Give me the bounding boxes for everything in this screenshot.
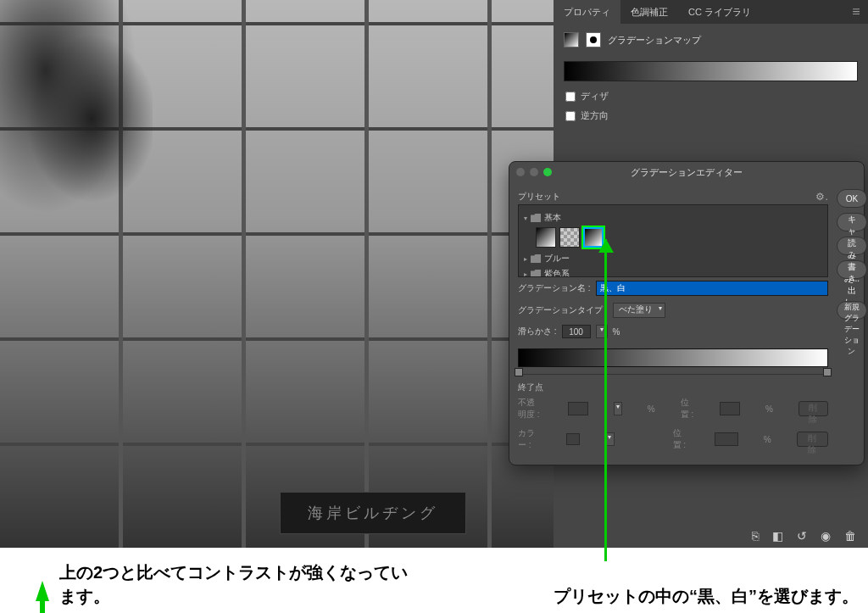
delete-opacity-stop: 削除	[798, 401, 828, 416]
delete-color-stop: 削除	[797, 432, 828, 447]
dialog-title: グラデーションエディター	[509, 166, 864, 179]
preset-header: プリセット ⚙.	[518, 189, 828, 204]
ok-button[interactable]: OK	[837, 189, 867, 208]
tree-foliage	[0, 0, 153, 237]
type-label: グラデーションタイプ :	[518, 304, 608, 316]
folder-icon	[531, 254, 541, 263]
smooth-label: 滑らかさ :	[518, 326, 557, 337]
panel-menu-icon[interactable]: ≡	[844, 4, 868, 20]
canvas-image: 海岸ビルヂング	[0, 0, 554, 548]
pos-unit-2: %	[764, 435, 771, 444]
gradient-editor-dialog: グラデーションエディター プリセット ⚙. ▾基本 ▸ブルー ▸紫色系 グラデー…	[509, 161, 865, 465]
gradient-type-row: グラデーションタイプ : べた塗り	[518, 299, 828, 321]
reset-adjust-icon[interactable]: ◧	[772, 529, 783, 543]
pos-unit-1: %	[765, 404, 773, 414]
annotation-right: プリセットの中の“黒、白”を選びます。	[554, 584, 859, 608]
view-prev-icon[interactable]: ↺	[797, 529, 807, 543]
color-pos-input	[715, 432, 738, 446]
dialog-titlebar[interactable]: グラデーションエディター	[509, 162, 864, 182]
divider	[518, 374, 828, 375]
annotation-left: 上の2つと比べてコントラストが強くなっています。	[59, 560, 415, 608]
color-stop-end[interactable]	[823, 368, 832, 376]
gradient-ramp[interactable]	[518, 348, 828, 367]
visibility-icon[interactable]: ◉	[821, 529, 831, 543]
gradient-name-input[interactable]	[596, 281, 828, 296]
pos-label-2: 位置 :	[673, 427, 689, 451]
building-sign: 海岸ビルヂング	[280, 492, 466, 534]
panel-footer-icons: ⎘ ◧ ↺ ◉ 🗑	[752, 529, 856, 543]
swatch-foreground-background[interactable]	[536, 227, 556, 248]
load-button[interactable]: 読み込み...	[837, 237, 867, 255]
tab-properties[interactable]: プロパティ	[554, 0, 620, 24]
smooth-unit: %	[613, 327, 620, 337]
reverse-check-input[interactable]	[565, 111, 576, 121]
save-button[interactable]: 書き出し...	[837, 260, 867, 279]
gradient-map-icon	[564, 32, 579, 47]
gradient-name-row: グラデーション名 :	[518, 277, 828, 299]
gradient-type-select[interactable]: べた塗り	[613, 303, 665, 318]
clip-icon[interactable]: ⎘	[752, 529, 759, 543]
dither-checkbox[interactable]: ディザ	[554, 86, 868, 106]
smoothness-input[interactable]	[562, 325, 591, 338]
smoothness-row: 滑らかさ : ▾ %	[518, 321, 828, 342]
pos-label-1: 位置 :	[681, 397, 694, 421]
preset-label: プリセット	[518, 191, 560, 203]
color-stop-start[interactable]	[515, 368, 523, 376]
annotation-arrow-left	[36, 581, 49, 601]
mask-icon	[586, 32, 601, 47]
opacity-label: 不透明度 :	[518, 397, 542, 421]
dither-label: ディザ	[581, 90, 609, 103]
dither-check-input[interactable]	[565, 92, 576, 102]
adjustment-title: グラデーションマップ	[608, 34, 701, 47]
folder-basic[interactable]: ▾基本	[524, 210, 822, 226]
preset-list[interactable]: ▾基本 ▸ブルー ▸紫色系	[518, 204, 828, 277]
reverse-checkbox[interactable]: 逆方向	[554, 106, 868, 125]
name-label: グラデーション名 :	[518, 282, 591, 294]
opacity-input	[568, 402, 588, 415]
trash-icon[interactable]: 🗑	[844, 529, 856, 543]
folder-basic-label: 基本	[544, 212, 561, 224]
folder-blue[interactable]: ▸ブルー	[524, 251, 822, 266]
folder-icon	[531, 270, 541, 277]
opacity-unit: %	[648, 404, 655, 414]
opacity-pos-input	[720, 402, 740, 415]
annotation-arrow-right	[604, 239, 607, 561]
new-gradient-button[interactable]: 新規グラデーション	[837, 301, 867, 320]
cancel-button[interactable]: キャンセル	[837, 213, 867, 231]
folder-purple-label: 紫色系	[544, 268, 570, 277]
color-label: カラー :	[518, 427, 541, 451]
endpoint-label: 終了点	[518, 382, 828, 393]
preset-gear-icon[interactable]: ⚙.	[815, 191, 827, 203]
endpoint-section: 終了点 不透明度 :▾% 位置 :% 削除 カラー :▾% 位置 :% 削除	[518, 382, 828, 454]
folder-icon	[531, 214, 541, 222]
adjustment-header: グラデーションマップ	[554, 24, 868, 56]
gradient-preview[interactable]	[564, 61, 858, 81]
preset-swatches	[524, 226, 822, 251]
tab-cc-libraries[interactable]: CC ライブラリ	[678, 0, 761, 24]
swatch-transparent[interactable]	[559, 227, 580, 248]
panel-tabs: プロパティ 色調補正 CC ライブラリ ≡	[554, 0, 868, 24]
color-stop-swatch	[566, 433, 580, 445]
folder-purple[interactable]: ▸紫色系	[524, 266, 822, 277]
opacity-dd: ▾	[614, 402, 622, 415]
gradient-ramp-editor[interactable]	[518, 348, 828, 367]
folder-blue-label: ブルー	[544, 253, 570, 265]
tab-color-correct[interactable]: 色調補正	[620, 0, 678, 24]
reverse-label: 逆方向	[581, 109, 609, 122]
